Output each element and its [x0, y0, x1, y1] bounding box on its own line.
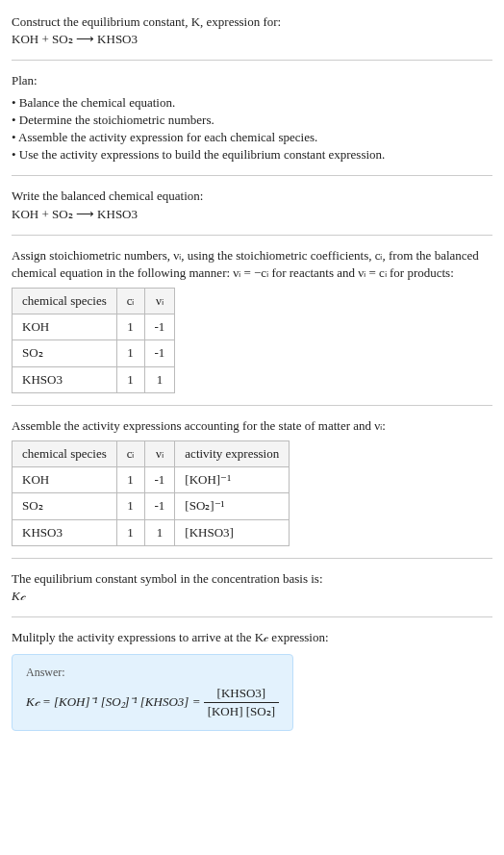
table-row: KOH 1 -1 [13, 314, 175, 340]
table-row: KHSO3 1 1 [13, 366, 175, 392]
answer-fraction: [KHSO3] [KOH] [SO₂] [204, 685, 279, 720]
plan-item: • Use the activity expressions to build … [12, 146, 492, 163]
balanced-equation: KOH + SO₂ ⟶ KHSO3 [12, 206, 492, 223]
divider [12, 235, 492, 236]
plan-title: Plan: [12, 72, 492, 89]
construct-line: Construct the equilibrium constant, K, e… [12, 13, 492, 31]
cell-activity: [KOH]⁻¹ [175, 467, 290, 493]
col-ci: cᵢ [116, 441, 144, 467]
plan-item: • Assemble the activity expression for e… [12, 129, 492, 146]
divider [12, 175, 492, 176]
answer-lhs: K𝒸 = [KOH]⁻¹ [SO₂]⁻¹ [KHSO3] = [26, 694, 204, 709]
plan-item: • Determine the stoichiometric numbers. [12, 112, 492, 129]
cell-v: 1 [144, 366, 175, 392]
col-ci: cᵢ [116, 289, 144, 314]
answer-expression: K𝒸 = [KOH]⁻¹ [SO₂]⁻¹ [KHSO3] = [KHSO3] [… [26, 685, 279, 720]
balanced-section: Write the balanced chemical equation: KO… [12, 182, 492, 228]
cell-v: -1 [144, 314, 175, 340]
multiply-section: Mulitply the activity expressions to arr… [12, 623, 492, 737]
table-row: SO₂ 1 -1 [SO₂]⁻¹ [13, 493, 290, 519]
divider [12, 60, 492, 61]
cell-species: KOH [13, 314, 117, 340]
plan-list: • Balance the chemical equation. • Deter… [12, 94, 492, 164]
divider [12, 616, 492, 617]
cell-c: 1 [116, 314, 144, 340]
table-row: SO₂ 1 -1 [13, 340, 175, 366]
cell-activity: [SO₂]⁻¹ [175, 493, 290, 519]
header-section: Construct the equilibrium constant, K, e… [12, 8, 492, 54]
answer-label: Answer: [26, 665, 279, 681]
cell-species: SO₂ [13, 493, 117, 519]
table-row: KHSO3 1 1 [KHSO3] [13, 519, 290, 545]
balanced-intro: Write the balanced chemical equation: [12, 188, 492, 205]
plan-item: • Balance the chemical equation. [12, 94, 492, 112]
col-activity: activity expression [175, 441, 290, 467]
divider [12, 405, 492, 406]
cell-c: 1 [116, 467, 144, 493]
symbol-kc: K𝒸 [12, 588, 492, 605]
equation-unbalanced: KOH + SO₂ ⟶ KHSO3 [12, 31, 492, 48]
cell-species: KHSO3 [13, 519, 117, 545]
cell-c: 1 [116, 493, 144, 519]
multiply-text: Mulitply the activity expressions to arr… [12, 629, 492, 646]
col-species: chemical species [13, 441, 117, 467]
assign-text: Assign stoichiometric numbers, νᵢ, using… [12, 247, 492, 282]
assemble-section: Assemble the activity expressions accoun… [12, 412, 492, 552]
symbol-section: The equilibrium constant symbol in the c… [12, 565, 492, 611]
divider [12, 558, 492, 559]
assign-section: Assign stoichiometric numbers, νᵢ, using… [12, 241, 492, 399]
cell-v: -1 [144, 340, 175, 366]
stoich-table-2: chemical species cᵢ νᵢ activity expressi… [12, 440, 290, 546]
stoich-table-1: chemical species cᵢ νᵢ KOH 1 -1 SO₂ 1 -1… [12, 288, 175, 393]
cell-v: -1 [144, 493, 175, 519]
cell-species: SO₂ [13, 340, 117, 366]
answer-box: Answer: K𝒸 = [KOH]⁻¹ [SO₂]⁻¹ [KHSO3] = [… [12, 654, 293, 731]
col-vi: νᵢ [144, 441, 175, 467]
fraction-denominator: [KOH] [SO₂] [204, 703, 279, 720]
plan-section: Plan: • Balance the chemical equation. •… [12, 66, 492, 169]
col-vi: νᵢ [144, 289, 175, 314]
cell-c: 1 [116, 366, 144, 392]
cell-v: 1 [144, 519, 175, 545]
cell-c: 1 [116, 340, 144, 366]
cell-species: KOH [13, 467, 117, 493]
assemble-text: Assemble the activity expressions accoun… [12, 417, 492, 435]
cell-c: 1 [116, 519, 144, 545]
table-header-row: chemical species cᵢ νᵢ [13, 289, 175, 314]
fraction-numerator: [KHSO3] [204, 685, 279, 703]
cell-activity: [KHSO3] [175, 519, 290, 545]
symbol-line1: The equilibrium constant symbol in the c… [12, 570, 492, 588]
table-header-row: chemical species cᵢ νᵢ activity expressi… [13, 441, 290, 467]
col-species: chemical species [13, 289, 117, 314]
cell-species: KHSO3 [13, 366, 117, 392]
cell-v: -1 [144, 467, 175, 493]
table-row: KOH 1 -1 [KOH]⁻¹ [13, 467, 290, 493]
